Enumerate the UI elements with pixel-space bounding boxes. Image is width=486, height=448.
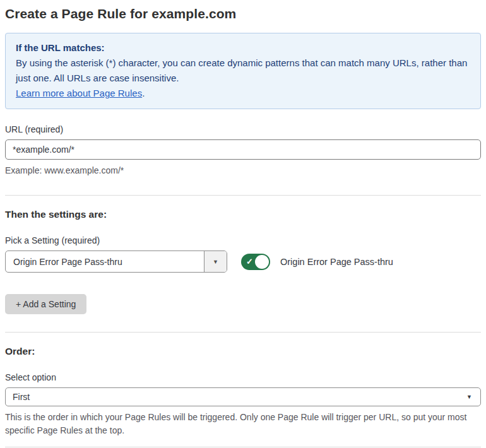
check-icon: ✓ [246, 257, 253, 266]
url-field-label: URL (required) [5, 124, 481, 134]
chevron-down-icon: ▼ [213, 259, 218, 265]
order-select[interactable]: First ▼ [5, 387, 481, 406]
info-box-link-line: Learn more about Page Rules. [16, 86, 470, 101]
add-setting-button[interactable]: + Add a Setting [5, 294, 86, 314]
section-divider [5, 195, 481, 196]
setting-select-arrow-button[interactable]: ▼ [204, 251, 227, 272]
section-divider [5, 332, 481, 333]
url-input[interactable] [5, 139, 481, 160]
setting-select-value: Origin Error Page Pass-thru [6, 251, 204, 272]
toggle-knob [255, 255, 269, 269]
pick-setting-label: Pick a Setting (required) [5, 235, 481, 245]
setting-select[interactable]: Origin Error Page Pass-thru ▼ [5, 251, 227, 273]
page-title: Create a Page Rule for example.com [5, 6, 481, 21]
learn-more-link[interactable]: Learn more about Page Rules [16, 88, 142, 98]
order-select-label: Select option [5, 372, 481, 382]
chevron-down-icon: ▼ [466, 394, 480, 400]
footer-divider [5, 447, 481, 447]
order-select-value: First [6, 392, 466, 402]
setting-toggle-label: Origin Error Page Pass-thru [280, 257, 393, 267]
url-example-text: Example: www.example.com/* [5, 164, 481, 177]
order-section-heading: Order: [5, 346, 481, 357]
setting-row: Origin Error Page Pass-thru ▼ ✓ Origin E… [5, 251, 481, 273]
settings-section-heading: Then the settings are: [5, 209, 481, 220]
link-suffix: . [142, 88, 145, 98]
setting-toggle[interactable]: ✓ [241, 254, 270, 270]
info-box-body: By using the asterisk (*) character, you… [16, 56, 470, 86]
info-box-heading: If the URL matches: [16, 40, 470, 56]
url-match-info-box: If the URL matches: By using the asteris… [5, 33, 481, 109]
order-help-text: This is the order in which your Page Rul… [5, 411, 481, 437]
